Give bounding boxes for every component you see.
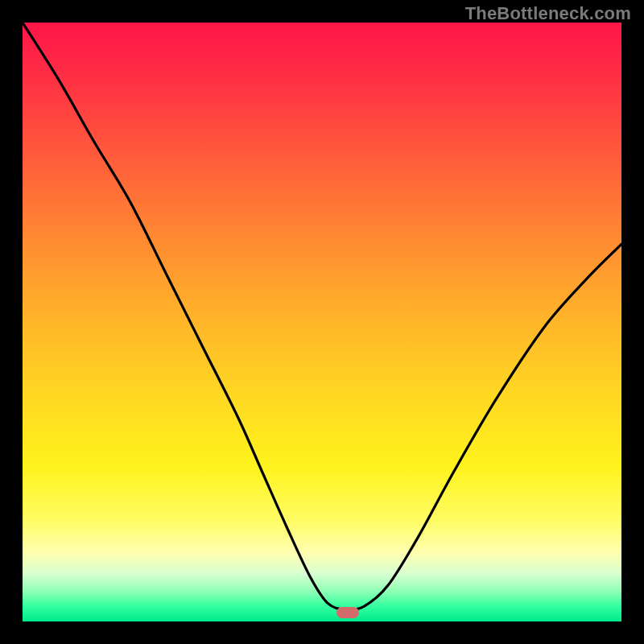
chart-frame: TheBottleneck.com (0, 0, 644, 644)
bottleneck-line-plot (23, 23, 621, 621)
plot-area (23, 23, 621, 621)
watermark-text: TheBottleneck.com (465, 3, 631, 24)
bottleneck-curve-path (23, 23, 621, 610)
optimal-marker-icon (336, 607, 359, 618)
